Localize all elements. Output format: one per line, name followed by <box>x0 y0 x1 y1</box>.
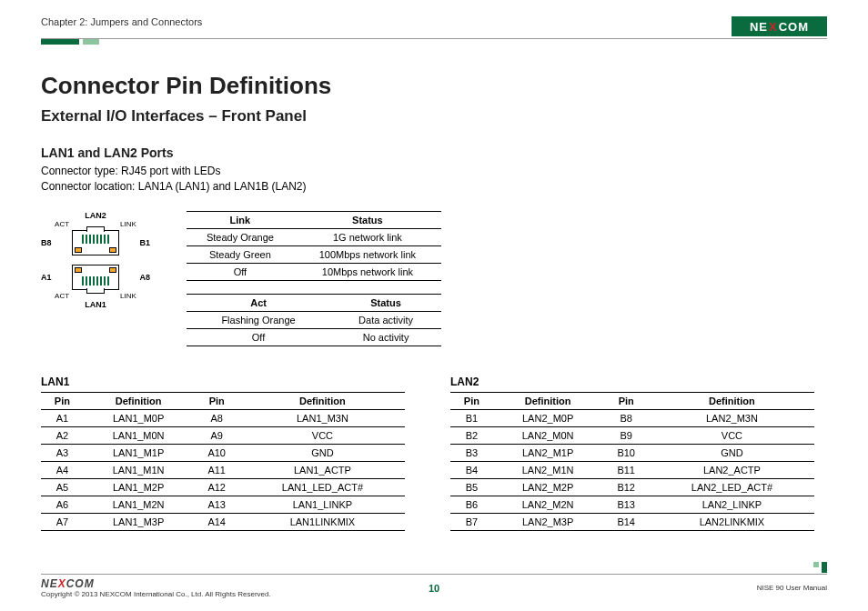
table-cell: A2 <box>41 426 84 444</box>
footer-accent-icon <box>813 562 827 573</box>
diagram-link-bot: LINK <box>120 292 136 300</box>
table-row: B1LAN2_M0PB8LAN2_M3N <box>450 409 814 426</box>
table-cell: A10 <box>194 444 240 461</box>
diagram-a8: A8 <box>139 273 150 282</box>
table-cell: LAN1_M2P <box>84 478 194 496</box>
table-cell: LAN2LINKMIX <box>650 513 814 530</box>
table-cell: Off <box>187 263 294 280</box>
table-cell: A5 <box>41 478 84 496</box>
table-cell: 100Mbps network link <box>294 245 441 263</box>
table-row: B7LAN2_M3PB14LAN2LINKMIX <box>450 513 814 530</box>
table-cell: LAN1_M3N <box>240 409 405 426</box>
diagram-lan2-label: LAN2 <box>41 211 150 220</box>
diagram-b1: B1 <box>139 238 150 247</box>
table-cell: 10Mbps network link <box>294 263 441 280</box>
link-status-table: Link Status Steady Orange1G network link… <box>187 211 441 281</box>
diagram-a1: A1 <box>41 273 52 282</box>
table-cell: A13 <box>194 496 240 513</box>
connector-type-text: Connector type: RJ45 port with LEDs <box>41 164 827 179</box>
table-cell: A6 <box>41 496 84 513</box>
table-cell: A1 <box>41 409 84 426</box>
logo-post: COM <box>779 20 809 34</box>
table-cell: LAN2_LED_ACT# <box>650 478 814 496</box>
table-cell: 1G network link <box>294 228 441 245</box>
table-row: B6LAN2_M2NB13LAN2_LINKP <box>450 496 814 513</box>
copyright-text: Copyright © 2013 NEXCOM International Co… <box>41 590 271 598</box>
table-cell: LAN2_M0P <box>493 409 603 426</box>
th-pin2: Pin <box>603 392 650 409</box>
nexcom-logo-bottom: NEXCOM <box>41 577 271 590</box>
table-cell: LAN2_M3N <box>650 409 814 426</box>
table-row: Steady Orange1G network link <box>187 228 441 245</box>
table-cell: A12 <box>194 478 240 496</box>
rj45-lan2-icon <box>72 230 119 255</box>
table-cell: Steady Orange <box>187 228 294 245</box>
lan1-label: LAN1 <box>41 376 405 388</box>
table-cell: LAN1_M2N <box>84 496 194 513</box>
table-row: A1LAN1_M0PA8LAN1_M3N <box>41 409 405 426</box>
table-cell: LAN2_LINKP <box>650 496 814 513</box>
lan1-pin-table: Pin Definition Pin Definition A1LAN1_M0P… <box>41 392 405 531</box>
page-number: 10 <box>429 583 439 594</box>
table-cell: Data activity <box>330 311 441 328</box>
th-def: Definition <box>84 392 194 409</box>
table-cell: LAN1_M3P <box>84 513 194 530</box>
table-row: A7LAN1_M3PA14LAN1LINKMIX <box>41 513 405 530</box>
table-cell: B4 <box>450 461 493 478</box>
diagram-act-top: ACT <box>55 220 69 228</box>
table-cell: LAN1_M0N <box>84 426 194 444</box>
table-cell: GND <box>240 444 405 461</box>
diagram-act-bot: ACT <box>55 292 69 300</box>
nexcom-logo-top: NEXCOM <box>732 16 827 36</box>
table-cell: LAN1_ACTP <box>240 461 405 478</box>
page-title: Connector Pin Definitions <box>41 72 827 100</box>
table-cell: LAN2_M1P <box>493 444 603 461</box>
table-cell: B9 <box>603 426 650 444</box>
th-pin2: Pin <box>194 392 240 409</box>
table-cell: LAN1LINKMIX <box>240 513 405 530</box>
table-cell: B2 <box>450 426 493 444</box>
rj45-lan1-icon <box>72 265 119 290</box>
diagram-link-top: LINK <box>120 220 136 228</box>
rj45-diagram: LAN2 ACT LINK B8 B1 A1 A8 <box>41 211 150 309</box>
table-cell: LAN1_LINKP <box>240 496 405 513</box>
table-cell: B6 <box>450 496 493 513</box>
table-cell: GND <box>650 444 814 461</box>
status-header-2: Status <box>330 294 441 311</box>
table-row: A2LAN1_M0NA9VCC <box>41 426 405 444</box>
diagram-lan1-label: LAN1 <box>41 300 150 309</box>
th-def2: Definition <box>240 392 405 409</box>
table-cell: A14 <box>194 513 240 530</box>
table-cell: LAN2_M0N <box>493 426 603 444</box>
section-heading: LAN1 and LAN2 Ports <box>41 145 827 160</box>
manual-name: NISE 90 User Manual <box>757 584 827 592</box>
th-def2: Definition <box>650 392 814 409</box>
logo-x: X <box>768 20 779 34</box>
table-row: Flashing OrangeData activity <box>187 311 441 328</box>
lan2-label: LAN2 <box>450 376 814 388</box>
table-cell: LAN2_M2N <box>493 496 603 513</box>
accent-bar <box>41 39 827 45</box>
table-cell: B10 <box>603 444 650 461</box>
logo-pre: NE <box>750 20 768 34</box>
table-cell: Flashing Orange <box>187 311 330 328</box>
table-cell: B12 <box>603 478 650 496</box>
act-header: Act <box>187 294 330 311</box>
table-row: A5LAN1_M2PA12LAN1_LED_ACT# <box>41 478 405 496</box>
table-cell: LAN1_M0P <box>84 409 194 426</box>
table-row: Steady Green100Mbps network link <box>187 245 441 263</box>
logo-post: COM <box>66 577 95 590</box>
table-cell: B3 <box>450 444 493 461</box>
link-header: Link <box>187 211 294 228</box>
table-cell: LAN2_M3P <box>493 513 603 530</box>
th-def: Definition <box>493 392 603 409</box>
act-status-table: Act Status Flashing OrangeData activityO… <box>187 294 441 346</box>
table-cell: A8 <box>194 409 240 426</box>
table-row: B5LAN2_M2PB12LAN2_LED_ACT# <box>450 478 814 496</box>
table-cell: Steady Green <box>187 245 294 263</box>
table-cell: B5 <box>450 478 493 496</box>
page-subtitle: External I/O Interfaces – Front Panel <box>41 107 827 125</box>
table-cell: A4 <box>41 461 84 478</box>
table-cell: B11 <box>603 461 650 478</box>
table-cell: B14 <box>603 513 650 530</box>
